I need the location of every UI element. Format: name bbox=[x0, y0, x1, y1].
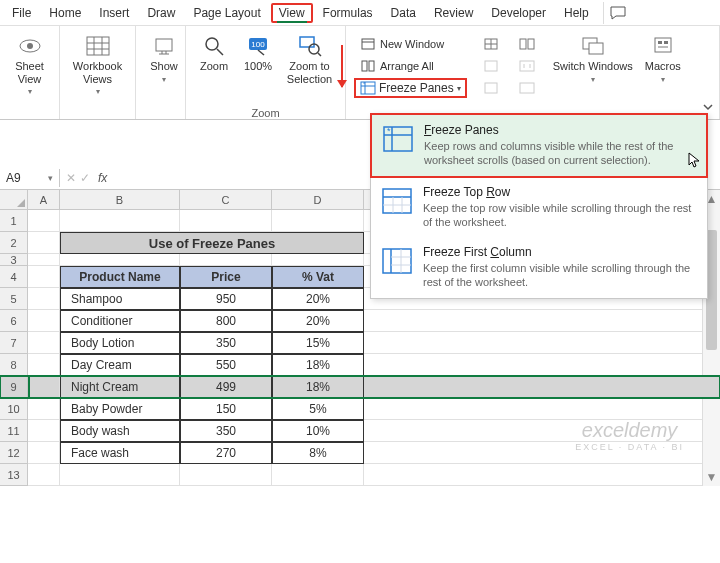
menu-developer[interactable]: Developer bbox=[483, 3, 554, 23]
cell[interactable] bbox=[60, 254, 180, 266]
cell[interactable] bbox=[28, 232, 60, 254]
cell[interactable]: 20% bbox=[272, 288, 364, 310]
cell[interactable]: Body wash bbox=[60, 420, 180, 442]
switch-windows-button[interactable]: Switch Windows ▾ bbox=[547, 32, 639, 86]
cell[interactable] bbox=[28, 354, 60, 376]
zoom-to-selection-button[interactable]: Zoom to Selection bbox=[280, 32, 339, 87]
menu-page-layout[interactable]: Page Layout bbox=[185, 3, 268, 23]
cell[interactable]: 20% bbox=[272, 310, 364, 332]
cell[interactable] bbox=[28, 398, 60, 420]
cell[interactable]: Baby Powder bbox=[60, 398, 180, 420]
cell[interactable]: 15% bbox=[272, 332, 364, 354]
dropdown-item-freeze-first-column[interactable]: Freeze First Column Keep the first colum… bbox=[371, 237, 707, 298]
row-header[interactable]: 2 bbox=[0, 232, 28, 254]
cell[interactable]: Body Lotion bbox=[60, 332, 180, 354]
cell[interactable] bbox=[272, 210, 364, 232]
cell[interactable] bbox=[28, 288, 60, 310]
cell[interactable] bbox=[272, 254, 364, 266]
cell[interactable] bbox=[180, 210, 272, 232]
cell[interactable] bbox=[364, 310, 720, 332]
macros-button[interactable]: Macros ▾ bbox=[639, 32, 687, 86]
cell[interactable] bbox=[364, 354, 720, 376]
cell[interactable]: 350 bbox=[180, 332, 272, 354]
menu-help[interactable]: Help bbox=[556, 3, 597, 23]
cell[interactable] bbox=[272, 464, 364, 486]
cell[interactable]: Product Name bbox=[60, 266, 180, 288]
row-header[interactable]: 3 bbox=[0, 254, 28, 266]
menu-file[interactable]: File bbox=[4, 3, 39, 23]
menu-draw[interactable]: Draw bbox=[139, 3, 183, 23]
cell[interactable]: Night Cream bbox=[60, 376, 180, 398]
row-header[interactable]: 6 bbox=[0, 310, 28, 332]
cell[interactable] bbox=[364, 376, 720, 398]
col-header-c[interactable]: C bbox=[180, 190, 272, 210]
cell[interactable]: Shampoo bbox=[60, 288, 180, 310]
view-side-button[interactable] bbox=[513, 34, 541, 54]
split-button[interactable] bbox=[477, 34, 505, 54]
cell[interactable] bbox=[60, 210, 180, 232]
sheet-view-button[interactable]: Sheet View ▾ bbox=[6, 32, 53, 98]
cell[interactable] bbox=[180, 464, 272, 486]
cell[interactable] bbox=[364, 442, 720, 464]
cancel-icon[interactable]: ✕ bbox=[66, 171, 76, 185]
enter-icon[interactable]: ✓ bbox=[80, 171, 90, 185]
sync-scroll-button[interactable] bbox=[513, 56, 541, 76]
unhide-button[interactable] bbox=[477, 78, 505, 98]
row-header[interactable]: 5 bbox=[0, 288, 28, 310]
cell[interactable] bbox=[28, 310, 60, 332]
cell[interactable] bbox=[28, 210, 60, 232]
cell[interactable]: 10% bbox=[272, 420, 364, 442]
row-header[interactable]: 8 bbox=[0, 354, 28, 376]
row-header[interactable]: 11 bbox=[0, 420, 28, 442]
comments-icon[interactable] bbox=[603, 2, 632, 24]
title-cell[interactable]: Use of Freeze Panes bbox=[60, 232, 364, 254]
name-box[interactable]: A9▾ bbox=[0, 169, 60, 187]
freeze-panes-button[interactable]: * Freeze Panes ▾ bbox=[354, 78, 467, 98]
cell[interactable] bbox=[28, 254, 60, 266]
cell[interactable] bbox=[180, 254, 272, 266]
row-header[interactable]: 10 bbox=[0, 398, 28, 420]
cell[interactable]: Price bbox=[180, 266, 272, 288]
fx-icon[interactable]: fx bbox=[94, 171, 107, 185]
reset-window-button[interactable] bbox=[513, 78, 541, 98]
menu-home[interactable]: Home bbox=[41, 3, 89, 23]
cell[interactable]: Conditioner bbox=[60, 310, 180, 332]
cell[interactable]: % Vat bbox=[272, 266, 364, 288]
zoom-button[interactable]: Zoom bbox=[192, 32, 236, 75]
cell[interactable]: Day Cream bbox=[60, 354, 180, 376]
dropdown-item-freeze-top-row[interactable]: Freeze Top Row Keep the top row visible … bbox=[371, 177, 707, 238]
arrange-all-button[interactable]: Arrange All bbox=[354, 56, 467, 76]
cell[interactable]: 5% bbox=[272, 398, 364, 420]
col-header-b[interactable]: B bbox=[60, 190, 180, 210]
dropdown-item-freeze-panes[interactable]: * Freeze Panes Keep rows and columns vis… bbox=[370, 113, 708, 178]
cell[interactable]: 150 bbox=[180, 398, 272, 420]
row-header[interactable]: 9 bbox=[0, 376, 28, 398]
cell[interactable] bbox=[364, 398, 720, 420]
show-button[interactable]: Show ▾ bbox=[142, 32, 186, 86]
cell[interactable] bbox=[364, 464, 720, 486]
menu-insert[interactable]: Insert bbox=[91, 3, 137, 23]
col-header-d[interactable]: D bbox=[272, 190, 364, 210]
cell[interactable]: 800 bbox=[180, 310, 272, 332]
cell[interactable]: Face wash bbox=[60, 442, 180, 464]
row-header[interactable]: 1 bbox=[0, 210, 28, 232]
row-header[interactable]: 13 bbox=[0, 464, 28, 486]
cell[interactable]: 550 bbox=[180, 354, 272, 376]
cell[interactable] bbox=[28, 332, 60, 354]
cell[interactable]: 950 bbox=[180, 288, 272, 310]
cell[interactable]: 8% bbox=[272, 442, 364, 464]
menu-review[interactable]: Review bbox=[426, 3, 481, 23]
cell[interactable] bbox=[28, 420, 60, 442]
cell[interactable]: 270 bbox=[180, 442, 272, 464]
hide-button[interactable] bbox=[477, 56, 505, 76]
row-header[interactable]: 4 bbox=[0, 266, 28, 288]
cell[interactable]: 499 bbox=[180, 376, 272, 398]
cell[interactable]: 18% bbox=[272, 354, 364, 376]
cell[interactable] bbox=[28, 266, 60, 288]
cell[interactable]: 18% bbox=[272, 376, 364, 398]
zoom-100-button[interactable]: 100 100% bbox=[236, 32, 280, 75]
row-header[interactable]: 7 bbox=[0, 332, 28, 354]
workbook-views-button[interactable]: Workbook Views ▾ bbox=[66, 32, 129, 98]
cell[interactable] bbox=[28, 464, 60, 486]
cell[interactable] bbox=[364, 332, 720, 354]
